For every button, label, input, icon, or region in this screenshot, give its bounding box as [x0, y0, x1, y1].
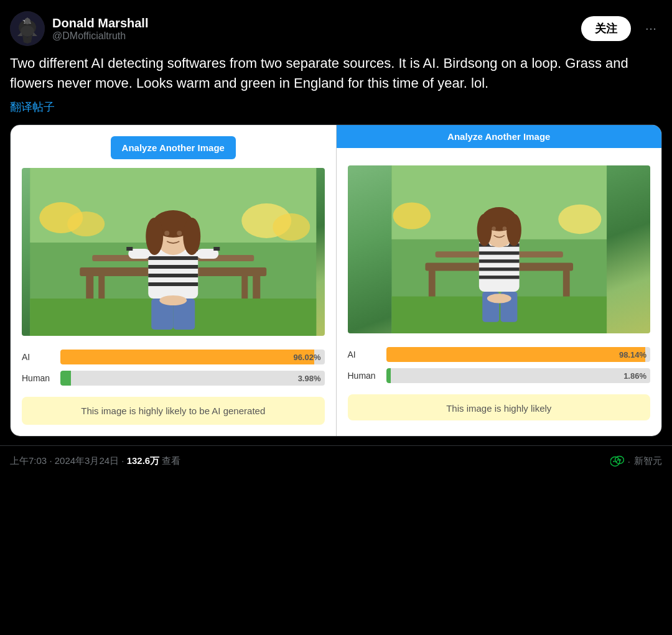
right-bar-row-human: Human 1.86%	[348, 368, 651, 383]
wechat-icon	[610, 455, 624, 468]
svg-rect-40	[213, 247, 220, 251]
svg-point-45	[558, 204, 601, 234]
author-handle: @DMofficialtruth	[52, 30, 148, 42]
svg-rect-25	[148, 265, 198, 269]
left-analyze-button[interactable]: Analyze Another Image	[111, 136, 236, 159]
dot-sep-1: ·	[49, 455, 52, 466]
svg-point-33	[164, 231, 169, 236]
left-ai-track: 96.02%	[60, 350, 325, 364]
right-human-pct: 1.86%	[623, 371, 646, 380]
author-name: Donald Marshall	[52, 16, 148, 30]
svg-point-61	[506, 214, 521, 246]
left-human-fill	[60, 371, 71, 386]
tweet-footer: 上午7:03 · 2024年3月24日 · 132.6万 查看 · 新智元	[0, 445, 672, 475]
author-info: Donald Marshall @DMofficialtruth	[52, 16, 148, 42]
svg-rect-53	[478, 251, 519, 254]
left-detection-results: AI 96.02% Human 3.98%	[22, 345, 325, 386]
svg-point-34	[177, 231, 182, 236]
right-ai-pct: 98.14%	[619, 350, 646, 359]
right-image-card: Analyze Another Image	[337, 125, 662, 436]
tweet-header: Donald Marshall @DMofficialtruth 关注 ···	[10, 11, 662, 46]
right-human-track: 1.86%	[386, 368, 651, 383]
svg-rect-55	[478, 267, 519, 271]
tweet-text: Two different AI detecting softwares fro…	[10, 53, 662, 93]
svg-rect-27	[148, 282, 198, 286]
left-ai-label: AI	[22, 352, 54, 362]
svg-point-63	[502, 226, 506, 230]
left-image-card: Analyze Another Image	[11, 125, 337, 436]
svg-point-12	[67, 211, 105, 236]
images-row: Analyze Another Image	[10, 124, 662, 437]
left-bar-row-human: Human 3.98%	[22, 371, 325, 386]
views-count: 132.6万	[127, 455, 160, 466]
svg-point-14	[273, 213, 310, 241]
right-detection-results: AI 98.14% Human 1.86%	[348, 342, 651, 383]
svg-point-32	[183, 218, 200, 255]
follow-button[interactable]: 关注	[581, 16, 631, 41]
right-verdict-partial: This image is highly likely	[348, 394, 651, 420]
translate-link[interactable]: 翻译帖子	[10, 100, 662, 114]
right-photo	[348, 165, 651, 333]
tweet-container: Donald Marshall @DMofficialtruth 关注 ··· …	[0, 0, 672, 437]
svg-point-66	[487, 294, 511, 303]
svg-point-31	[146, 218, 163, 255]
right-ai-label: AI	[348, 350, 380, 359]
left-ai-fill	[60, 350, 314, 364]
left-human-pct: 3.98%	[298, 373, 321, 382]
svg-point-69	[613, 461, 614, 462]
dot-sep-2: ·	[121, 455, 124, 466]
right-partial-top: Analyze Another Image	[337, 125, 662, 148]
svg-rect-56	[478, 276, 519, 279]
header-actions: 关注 ···	[581, 16, 662, 41]
svg-point-71	[617, 459, 618, 460]
tweet-header-left: Donald Marshall @DMofficialtruth	[10, 11, 148, 46]
platform-separator: ·	[628, 456, 630, 466]
tweet-time: 上午7:03	[10, 455, 47, 466]
footer-meta: 上午7:03 · 2024年3月24日 · 132.6万 查看	[10, 455, 180, 467]
right-ai-fill	[386, 347, 646, 362]
svg-point-41	[159, 295, 187, 305]
avatar	[10, 11, 45, 46]
right-human-label: Human	[348, 371, 380, 381]
left-ai-pct: 96.02%	[293, 352, 320, 361]
ellipsis-icon: ···	[645, 21, 656, 37]
right-human-fill	[386, 368, 391, 383]
views-label: 查看	[162, 455, 180, 466]
svg-point-62	[492, 226, 495, 230]
svg-point-60	[477, 214, 492, 246]
left-human-track: 3.98%	[60, 371, 325, 386]
left-photo	[22, 168, 325, 336]
svg-point-3	[24, 18, 30, 24]
right-ai-track: 98.14%	[386, 347, 651, 362]
svg-rect-24	[148, 256, 198, 260]
svg-rect-26	[148, 274, 198, 277]
svg-point-72	[620, 459, 621, 460]
more-button[interactable]: ···	[640, 17, 662, 40]
tweet-date: 2024年3月24日	[55, 455, 119, 466]
left-human-label: Human	[22, 373, 54, 383]
svg-rect-54	[478, 259, 519, 262]
left-verdict: This image is highly likely to be AI gen…	[22, 397, 325, 425]
svg-rect-38	[126, 247, 133, 251]
left-bar-row-ai: AI 96.02%	[22, 350, 325, 364]
platform-name: 新智元	[634, 455, 662, 467]
svg-point-44	[393, 202, 430, 229]
footer-platform: · 新智元	[610, 455, 662, 468]
right-bar-row-ai: AI 98.14%	[348, 347, 651, 362]
svg-point-70	[615, 461, 617, 462]
